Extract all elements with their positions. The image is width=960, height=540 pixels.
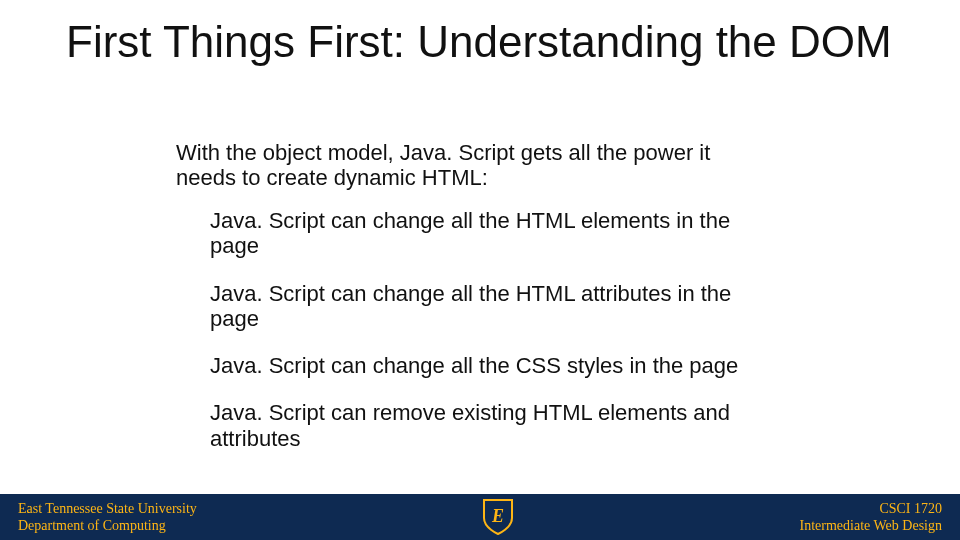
bullet-list: Java. Script can change all the HTML ele… <box>210 208 740 473</box>
shield-icon: E <box>482 498 514 536</box>
footer-logo: E <box>482 498 514 536</box>
footer-university: East Tennessee State University <box>18 500 197 518</box>
slide-intro: With the object model, Java. Script gets… <box>176 140 746 191</box>
footer-bar: East Tennessee State University Departme… <box>0 494 960 540</box>
footer-right: CSCI 1720 Intermediate Web Design <box>800 500 960 535</box>
list-item: Java. Script can remove existing HTML el… <box>210 400 740 451</box>
shield-letter: E <box>491 506 504 526</box>
list-item: Java. Script can change all the HTML ele… <box>210 208 740 259</box>
footer-department: Department of Computing <box>18 517 197 535</box>
list-item: Java. Script can change all the CSS styl… <box>210 353 740 378</box>
footer-course-name: Intermediate Web Design <box>800 517 942 535</box>
list-item: Java. Script can change all the HTML att… <box>210 281 740 332</box>
slide-title: First Things First: Understanding the DO… <box>66 18 906 65</box>
footer-course-code: CSCI 1720 <box>800 500 942 518</box>
footer-left: East Tennessee State University Departme… <box>0 500 197 535</box>
slide: First Things First: Understanding the DO… <box>0 0 960 540</box>
